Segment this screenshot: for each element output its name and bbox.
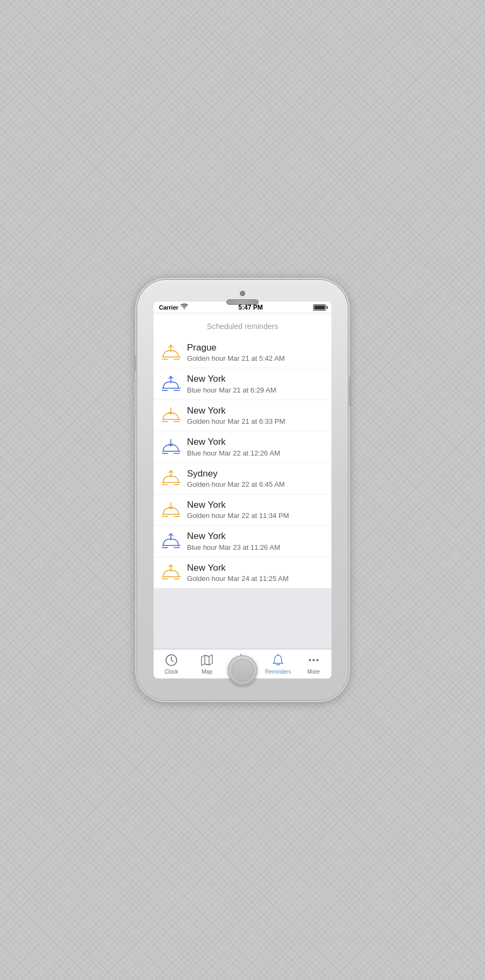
reminder-city: New York: [187, 531, 324, 542]
carrier-label: Carrier: [159, 304, 178, 311]
reminder-icon: [161, 500, 181, 520]
content-area: Scheduled reminders Prague Golden hour M…: [154, 313, 331, 649]
reminder-city: New York: [187, 437, 324, 447]
phone-screen: Carrier 5:47 PM: [154, 302, 331, 678]
tab-map-label: Map: [202, 669, 212, 675]
reminder-city: Prague: [187, 342, 324, 353]
reminder-icon: [161, 563, 181, 582]
phone-frame: Carrier 5:47 PM: [137, 280, 348, 700]
speaker: [226, 299, 259, 305]
empty-area: [154, 589, 331, 649]
tab-more-label: More: [308, 669, 320, 675]
reminder-detail: Golden hour Mar 24 at 11:25 AM: [187, 575, 324, 583]
svg-point-40: [309, 659, 311, 661]
reminder-icon: [161, 343, 181, 362]
battery-icon: [313, 304, 326, 311]
home-button[interactable]: [228, 655, 258, 685]
tab-more[interactable]: More: [296, 649, 331, 678]
reminder-icon: [161, 531, 181, 551]
reminder-detail: Blue hour Mar 22 at 12:26 AM: [187, 449, 324, 457]
reminder-list: Prague Golden hour Mar 21 at 5:42 AM New…: [154, 337, 331, 589]
reminder-detail: Golden hour Mar 22 at 6:45 AM: [187, 480, 324, 488]
reminder-detail: Golden hour Mar 22 at 11:34 PM: [187, 512, 324, 520]
list-item[interactable]: Prague Golden hour Mar 21 at 5:42 AM: [154, 337, 331, 368]
tab-reminders[interactable]: Reminders: [260, 649, 296, 678]
clock-icon: [164, 653, 178, 667]
list-item[interactable]: New York Golden hour Mar 22 at 11:34 PM: [154, 494, 331, 526]
reminder-city: Sydney: [187, 468, 324, 479]
tab-clock-label: Clock: [164, 669, 178, 675]
reminder-icon: [161, 374, 181, 394]
map-icon: [200, 653, 214, 667]
tab-map[interactable]: Map: [189, 649, 225, 678]
reminder-icon: [161, 405, 181, 425]
reminder-city: New York: [187, 405, 324, 416]
reminder-detail: Golden hour Mar 21 at 5:42 AM: [187, 354, 324, 362]
svg-line-34: [171, 660, 174, 662]
battery-fill: [314, 305, 325, 310]
page-title: Scheduled reminders: [154, 313, 331, 337]
reminder-icon: [161, 468, 181, 488]
list-item[interactable]: New York Blue hour Mar 21 at 6:29 AM: [154, 368, 331, 400]
svg-point-41: [313, 659, 315, 661]
list-item[interactable]: New York Blue hour Mar 22 at 12:26 AM: [154, 431, 331, 463]
wifi-icon: [181, 304, 188, 311]
reminder-city: New York: [187, 500, 324, 510]
reminder-city: New York: [187, 563, 324, 573]
list-item[interactable]: New York Golden hour Mar 24 at 11:25 AM: [154, 557, 331, 589]
tab-reminders-label: Reminders: [265, 669, 291, 675]
reminder-detail: Golden hour Mar 21 at 6:33 PM: [187, 417, 324, 425]
reminder-city: New York: [187, 374, 324, 384]
reminder-detail: Blue hour Mar 21 at 6:29 AM: [187, 386, 324, 394]
reminder-detail: Blue hour Mar 23 at 11:26 AM: [187, 543, 324, 551]
camera: [240, 291, 245, 296]
svg-point-42: [316, 659, 318, 661]
more-icon: [307, 653, 321, 667]
reminders-icon: [271, 653, 285, 667]
list-item[interactable]: New York Golden hour Mar 21 at 6:33 PM: [154, 400, 331, 431]
tab-clock[interactable]: Clock: [154, 649, 189, 678]
status-left: Carrier: [159, 304, 188, 311]
home-button-inner: [231, 659, 254, 682]
reminder-icon: [161, 437, 181, 457]
list-item[interactable]: New York Blue hour Mar 23 at 11:26 AM: [154, 526, 331, 557]
list-item[interactable]: Sydney Golden hour Mar 22 at 6:45 AM: [154, 463, 331, 494]
